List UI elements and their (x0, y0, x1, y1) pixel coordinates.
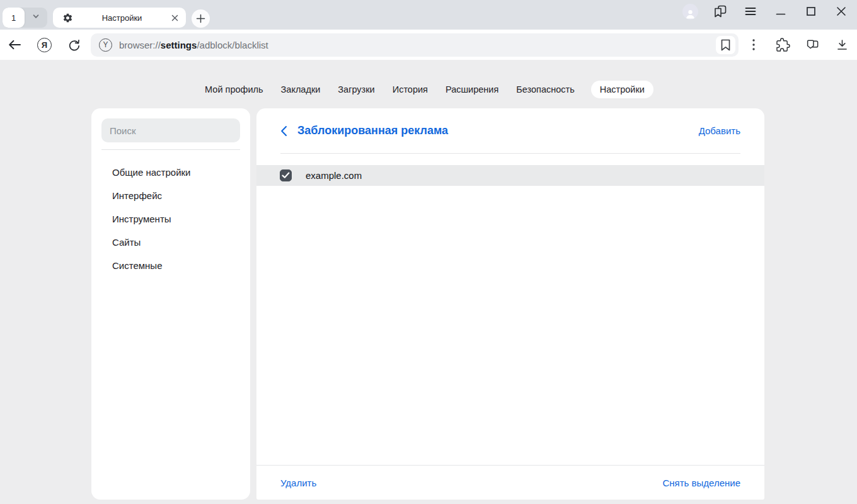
checkmark-icon (282, 172, 290, 179)
url-host: settings (161, 40, 197, 50)
tab-list-chevron-icon (32, 12, 40, 23)
nav-tab-extensions[interactable]: Расширения (444, 81, 500, 98)
minimize-button[interactable] (766, 6, 796, 16)
avatar-icon (682, 4, 698, 20)
toolbar: Я Y browser://settings/adblock/blacklist (0, 30, 857, 60)
panel-header: Заблокированная реклама Добавить (256, 108, 764, 153)
nav-tab-bookmarks[interactable]: Закладки (280, 81, 322, 98)
new-tab-icon (196, 14, 205, 23)
settings-sidebar: Общие настройки Интерфейс Инструменты Са… (91, 108, 250, 500)
settings-page: Мой профиль Закладки Загрузки История Ра… (0, 60, 857, 504)
tab-close-icon[interactable] (171, 14, 179, 22)
page-actions-button[interactable] (739, 33, 768, 57)
sidebar-divider (101, 149, 240, 150)
download-icon (836, 38, 849, 52)
window-buttons (675, 0, 856, 23)
sidebar-item-tools[interactable]: Инструменты (101, 207, 240, 231)
gear-icon (62, 13, 73, 23)
profile-button[interactable] (675, 4, 705, 20)
extensions-icon (776, 38, 790, 52)
panel-footer: Удалить Снять выделение (256, 465, 764, 500)
reload-button[interactable] (59, 33, 89, 57)
browser-tab-settings[interactable]: Настройки (53, 8, 186, 28)
menu-icon (745, 7, 756, 16)
browser-menu-button[interactable] (735, 7, 766, 16)
maximize-button[interactable] (796, 6, 826, 16)
page-title: Заблокированная реклама (297, 124, 448, 137)
extensions-button[interactable] (768, 33, 798, 57)
browser-window: 1 Настройки (0, 0, 857, 504)
back-chevron-button[interactable] (280, 125, 287, 137)
nav-tab-history[interactable]: История (391, 81, 429, 98)
sidebar-item-interface[interactable]: Интерфейс (101, 184, 240, 207)
bookmarks-panel-icon (713, 4, 728, 19)
sidebar-item-system[interactable]: Системные (101, 254, 240, 277)
deselect-button[interactable]: Снять выделение (662, 478, 740, 488)
url-scheme: browser:// (119, 40, 161, 50)
nav-tab-security[interactable]: Безопасность (515, 81, 576, 98)
minimize-icon (776, 6, 786, 16)
blacklist-row[interactable]: example.com (256, 165, 764, 186)
back-icon (8, 40, 21, 50)
add-bookmark-button[interactable] (716, 36, 735, 54)
downloads-button[interactable] (827, 33, 857, 57)
address-bar[interactable]: Y browser://settings/adblock/blacklist (91, 33, 739, 57)
settings-nav: Мой профиль Закладки Загрузки История Ра… (0, 79, 857, 99)
kebab-icon (752, 38, 756, 51)
back-chevron-icon (280, 125, 287, 137)
tab-counter[interactable]: 1 (3, 8, 25, 28)
new-tab-button[interactable] (192, 9, 210, 28)
maximize-icon (806, 6, 816, 16)
collections-button[interactable] (798, 33, 827, 57)
site-badge-icon: Y (99, 38, 112, 52)
delete-button[interactable]: Удалить (280, 478, 316, 488)
bookmark-icon (720, 39, 731, 51)
tab-list-button[interactable] (25, 8, 47, 28)
search-input[interactable] (101, 118, 240, 142)
back-button[interactable] (0, 33, 30, 57)
nav-tab-downloads[interactable]: Загрузки (336, 81, 376, 98)
tab-counter-group: 1 (3, 8, 47, 28)
blacklist-panel: Заблокированная реклама Добавить example… (256, 108, 764, 500)
tab-strip: 1 Настройки (0, 0, 857, 30)
sidebar-item-general[interactable]: Общие настройки (101, 161, 240, 184)
add-site-button[interactable]: Добавить (699, 125, 740, 136)
window-close-button[interactable] (826, 6, 856, 16)
yandex-home-button[interactable]: Я (30, 33, 59, 57)
url-text: browser://settings/adblock/blacklist (119, 40, 268, 50)
row-checkbox[interactable] (280, 169, 292, 181)
window-close-icon (836, 6, 846, 16)
sidebar-menu: Общие настройки Интерфейс Инструменты Са… (101, 161, 240, 277)
nav-tab-profile[interactable]: Мой профиль (204, 81, 264, 98)
bookmarks-panel-button[interactable] (705, 4, 735, 19)
tab-title: Настройки (73, 13, 171, 23)
yandex-logo-icon: Я (37, 38, 52, 52)
nav-tab-settings[interactable]: Настройки (591, 81, 653, 98)
url-path: /adblock/blacklist (197, 40, 268, 50)
header-divider (280, 153, 740, 154)
reload-icon (67, 38, 81, 52)
blocked-site-label: example.com (306, 170, 362, 181)
sidebar-item-sites[interactable]: Сайты (101, 231, 240, 254)
collections-icon (805, 38, 820, 52)
